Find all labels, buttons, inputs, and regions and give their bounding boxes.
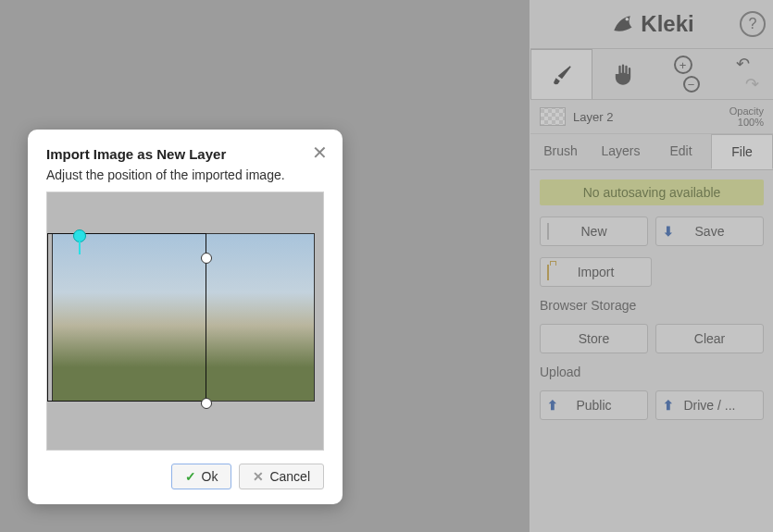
tab-file[interactable]: File (711, 134, 773, 169)
right-panel: Kleki ? + − ↶ ↷ Layer 2 Opacity 100% Bru… (530, 0, 773, 532)
new-label: New (580, 224, 606, 239)
blank-file-icon (547, 224, 549, 239)
app-logo-icon (609, 11, 635, 37)
import-button[interactable]: Import (540, 257, 652, 287)
modal-close-button[interactable]: ✕ (309, 142, 330, 163)
file-panel: No autosaving available New ⬇ Save Impor… (530, 170, 773, 429)
cancel-label: Cancel (269, 469, 310, 484)
help-button[interactable]: ? (740, 11, 766, 37)
drive-label: Drive / ... (683, 398, 735, 413)
ok-label: Ok (202, 469, 218, 484)
import-preview[interactable] (46, 192, 324, 451)
tool-brush[interactable] (530, 49, 592, 99)
help-icon: ? (749, 16, 757, 32)
tool-undo-redo[interactable]: ↶ ↷ (713, 49, 773, 99)
rotate-handle-stem (79, 241, 81, 254)
layer-row[interactable]: Layer 2 Opacity 100% (530, 100, 773, 134)
upload-icon: ⬆ (547, 398, 558, 413)
modal-subtitle: Adjust the position of the imported imag… (46, 167, 324, 182)
ok-button[interactable]: ✓ Ok (171, 464, 232, 489)
public-label: Public (576, 398, 611, 413)
upload-label: Upload (540, 365, 764, 379)
tab-layers[interactable]: Layers (591, 134, 651, 169)
brush-icon (550, 63, 574, 87)
import-icon (547, 265, 549, 279)
tool-hand[interactable] (592, 49, 653, 99)
layer-opacity: Opacity 100% (729, 105, 764, 128)
store-label: Store (579, 331, 609, 346)
transform-box[interactable] (47, 233, 206, 402)
hand-icon (610, 61, 636, 87)
import-label: Import (578, 265, 615, 279)
zoom-in-icon: + (674, 56, 692, 74)
undo-icon: ↶ (736, 54, 750, 74)
modal-button-row: ✓ Ok ✕ Cancel (46, 464, 324, 489)
clear-button[interactable]: Clear (655, 324, 764, 353)
zoom-out-icon: − (683, 76, 700, 93)
store-button[interactable]: Store (540, 324, 648, 353)
tab-brush[interactable]: Brush (530, 134, 591, 169)
rotate-handle[interactable] (73, 229, 86, 242)
brand-row: Kleki ? (530, 0, 773, 48)
opacity-value: 100% (729, 117, 764, 128)
browser-storage-label: Browser Storage (540, 298, 764, 313)
redo-icon: ↷ (745, 74, 759, 94)
x-icon: ✕ (253, 469, 264, 484)
autosave-banner: No autosaving available (540, 179, 764, 205)
app-name: Kleki (641, 11, 693, 37)
modal-title: Import Image as New Layer (46, 146, 324, 162)
check-icon: ✓ (185, 469, 196, 484)
resize-handle-bottom[interactable] (201, 398, 212, 409)
layer-thumbnail (540, 107, 566, 126)
resize-handle-top[interactable] (201, 253, 212, 264)
clear-label: Clear (694, 331, 725, 346)
cancel-button[interactable]: ✕ Cancel (239, 464, 324, 489)
tab-row: Brush Layers Edit File (530, 134, 773, 170)
tool-row: + − ↶ ↷ (530, 48, 773, 100)
upload-icon-2: ⬆ (663, 398, 674, 413)
tab-edit[interactable]: Edit (651, 134, 711, 169)
tool-zoom[interactable]: + − (653, 49, 713, 99)
new-button[interactable]: New (540, 217, 648, 246)
layer-name: Layer 2 (573, 110, 613, 124)
opacity-label: Opacity (729, 105, 764, 117)
download-icon: ⬇ (663, 224, 674, 239)
close-icon: ✕ (312, 143, 328, 162)
svg-point-0 (626, 18, 630, 21)
import-modal: ✕ Import Image as New Layer Adjust the p… (28, 130, 343, 504)
save-label: Save (695, 224, 725, 239)
